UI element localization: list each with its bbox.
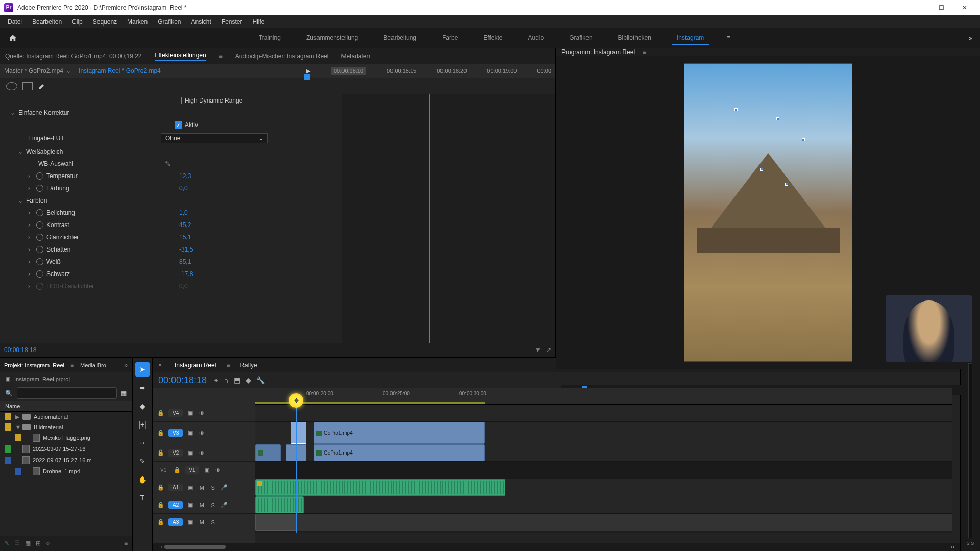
temp-expand-icon[interactable]: ›: [28, 172, 36, 180]
maximize-button[interactable]: ☐: [930, 0, 953, 15]
mini-playhead-marker[interactable]: [304, 74, 310, 80]
tree-item-audiomaterial[interactable]: ▶ Audiomaterial: [0, 412, 132, 422]
menu-clip[interactable]: Clip: [67, 17, 88, 27]
shadow-expand-icon[interactable]: ›: [28, 246, 36, 253]
lock-icon[interactable]: 🔒: [157, 449, 164, 456]
menu-view[interactable]: Ansicht: [186, 17, 216, 27]
workspace-editing[interactable]: Bearbeitung: [378, 32, 422, 45]
white-value[interactable]: 85,1: [179, 258, 281, 265]
track-label-a3[interactable]: A3: [168, 518, 183, 526]
basic-expand-icon[interactable]: ⌄: [10, 109, 18, 116]
sequence-clip-link[interactable]: Instagram Reel * GoPro2.mp4: [79, 67, 161, 74]
mask-ellipse-button[interactable]: [6, 82, 17, 90]
audio-clip-a3[interactable]: [255, 514, 296, 531]
metadata-tab[interactable]: Metadaten: [341, 53, 370, 60]
lock-icon[interactable]: 🔒: [157, 519, 164, 525]
keyframe-graph-area[interactable]: [342, 94, 555, 343]
zoom-in-handle[interactable]: ○: [951, 543, 954, 550]
high-expand-icon[interactable]: ›: [28, 234, 36, 241]
toggle-sync-icon[interactable]: 👁: [198, 410, 205, 416]
lock-icon[interactable]: 🔒: [157, 484, 164, 491]
track-header-v1[interactable]: V1 🔒 V1 ▣ 👁: [153, 462, 255, 479]
lut-dropdown[interactable]: Ohne⌄: [161, 133, 268, 143]
high-value[interactable]: 15,1: [179, 234, 281, 241]
audio-clip-a1[interactable]: [255, 479, 505, 496]
program-tab[interactable]: Programm: Instagram Reel: [561, 48, 635, 56]
project-tab[interactable]: Projekt: Instagram_Reel: [4, 362, 64, 368]
clip-transition[interactable]: [291, 422, 306, 444]
hdrhigh-expand-icon[interactable]: ›: [28, 283, 36, 290]
voice-record-icon[interactable]: 🎤: [220, 502, 228, 508]
menu-edit[interactable]: Bearbeiten: [27, 17, 67, 27]
workspace-overflow-icon[interactable]: »: [966, 32, 975, 44]
track-header-a1[interactable]: 🔒 A1 ▣ M S 🎤: [153, 479, 255, 496]
high-keyframe-toggle[interactable]: [36, 234, 43, 241]
tree-item-drohne[interactable]: Drohne_1.mp4: [0, 466, 132, 477]
new-bin-icon[interactable]: ▦: [121, 390, 127, 397]
black-keyframe-toggle[interactable]: [36, 270, 43, 278]
menu-help[interactable]: Hilfe: [248, 17, 270, 27]
timeline-zoom-scrollbar[interactable]: ○ ○: [153, 543, 960, 551]
selection-tool[interactable]: ➤: [135, 362, 150, 377]
sort-icon[interactable]: ≡: [124, 540, 128, 547]
tint-expand-icon[interactable]: ›: [28, 185, 36, 192]
time-ruler[interactable]: 00:00:20:00 00:00:25:00 00:00:30:00 ✥: [255, 388, 952, 405]
track-lane-a1[interactable]: [255, 479, 952, 496]
timeline-timecode[interactable]: 00:00:18:18: [158, 375, 207, 386]
workspace-assembly[interactable]: Zusammenstellung: [301, 32, 363, 45]
tone-expand-icon[interactable]: ⌄: [18, 197, 26, 204]
track-label-a1[interactable]: A1: [168, 484, 183, 491]
project-menu-icon[interactable]: ≡: [70, 362, 74, 369]
zoom-out-handle[interactable]: ○: [158, 543, 162, 550]
wrench-icon[interactable]: 🔧: [256, 376, 265, 385]
filter-icon[interactable]: ▼: [535, 346, 541, 354]
timeline-tab-rallye[interactable]: Rallye: [240, 362, 257, 369]
black-value[interactable]: -17,8: [179, 270, 281, 278]
type-tool[interactable]: T: [135, 491, 150, 505]
workspace-audio[interactable]: Audio: [523, 32, 549, 45]
audio-mixer-tab[interactable]: Audioclip-Mischer: Instagram Reel: [235, 53, 329, 60]
source-tab[interactable]: Quelle: Instagram Reel: GoPro1.mp4: 00;0…: [5, 53, 142, 60]
menu-window[interactable]: Fenster: [216, 17, 248, 27]
temp-value[interactable]: 12,3: [179, 172, 281, 180]
track-label-a2[interactable]: A2: [168, 501, 183, 509]
home-button[interactable]: [5, 31, 20, 46]
workspace-menu-icon[interactable]: ≡: [724, 32, 733, 45]
tint-keyframe-toggle[interactable]: [36, 185, 43, 192]
ripple-edit-tool[interactable]: ◆: [135, 399, 150, 413]
tree-item-bildmaterial[interactable]: ▼ Bildmaterial: [0, 422, 132, 432]
track-lane-v1[interactable]: [255, 462, 952, 479]
tree-item-recording2[interactable]: 2022-09-07 15-27-16.m: [0, 455, 132, 466]
close-button[interactable]: ✕: [953, 0, 976, 15]
track-header-v4[interactable]: 🔒 V4 ▣ 👁: [153, 405, 255, 422]
pen-tool[interactable]: ✎: [135, 454, 150, 468]
hand-tool[interactable]: ✋: [135, 472, 150, 487]
pencil-icon[interactable]: ✎: [4, 540, 9, 547]
track-select-tool[interactable]: ⬌: [135, 381, 150, 395]
scroll-thumb[interactable]: [164, 545, 226, 549]
track-label-v4[interactable]: V4: [168, 409, 183, 417]
icon-view-icon[interactable]: ▦: [25, 540, 31, 547]
minimize-button[interactable]: ─: [907, 0, 930, 15]
razor-tool[interactable]: |+|: [135, 417, 150, 432]
overflow-icon[interactable]: »: [124, 362, 128, 369]
slip-tool[interactable]: ↔: [135, 436, 150, 450]
white-expand-icon[interactable]: ›: [28, 258, 36, 265]
workspace-libraries[interactable]: Bibliotheken: [613, 32, 656, 45]
tree-item-flagge[interactable]: Mexiko Flagge.png: [0, 432, 132, 443]
freeform-view-icon[interactable]: ⊞: [36, 540, 41, 547]
effect-controls-tab[interactable]: Effekteinstellungen: [155, 52, 206, 61]
expo-keyframe-toggle[interactable]: [36, 209, 43, 216]
tree-item-recording1[interactable]: 2022-09-07 15-27-16: [0, 443, 132, 455]
toggle-output-icon[interactable]: ▣: [203, 467, 210, 473]
toggle-output-icon[interactable]: ▣: [187, 449, 194, 456]
white-keyframe-toggle[interactable]: [36, 258, 43, 265]
toggle-output-icon[interactable]: ▣: [187, 430, 194, 436]
snap-icon[interactable]: ⌖: [214, 376, 218, 385]
timeline-menu-icon[interactable]: ≡: [226, 362, 230, 369]
lock-icon[interactable]: 🔒: [174, 467, 181, 473]
mute-button[interactable]: M: [198, 519, 205, 525]
shadow-value[interactable]: -31,5: [179, 246, 281, 253]
mini-play-icon[interactable]: ▶: [306, 68, 310, 74]
playhead-indicator[interactable]: ✥: [289, 393, 303, 408]
